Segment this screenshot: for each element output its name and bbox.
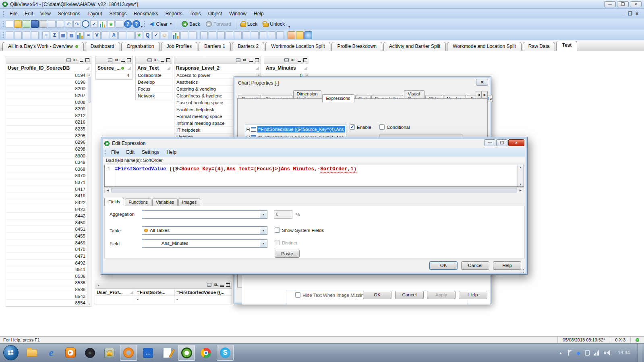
excel-export-icon[interactable]: XL xyxy=(291,58,296,62)
print-icon[interactable] xyxy=(207,283,211,287)
user-preferences-icon[interactable] xyxy=(288,31,295,39)
hide-text-checkbox[interactable] xyxy=(295,292,300,298)
object-caption[interactable]: XL xyxy=(96,56,133,64)
taskbar-item-text-editor[interactable] xyxy=(159,345,176,361)
list-item[interactable]: 8442 xyxy=(6,213,91,219)
listbox-header[interactable]: Source_... xyxy=(96,64,133,72)
expression-editor[interactable]: 1 =FirstSortedValue ({$<Source_Key={4},A… xyxy=(104,165,524,187)
list-item[interactable]: 8296 xyxy=(6,139,91,146)
menu-item[interactable]: Help xyxy=(163,148,180,157)
forward-button[interactable]: ▶ Forward xyxy=(203,20,234,28)
mdi-minimize-icon[interactable]: _ xyxy=(622,11,625,17)
lock-button[interactable]: Lock xyxy=(238,20,260,28)
sheet-tab[interactable]: Raw Data xyxy=(523,42,555,51)
list-item[interactable]: Network xyxy=(136,93,172,99)
slider-icon[interactable] xyxy=(118,31,126,39)
list-item[interactable]: 8543 xyxy=(6,293,91,300)
close-window-icon[interactable]: × xyxy=(630,1,642,7)
list-item[interactable]: 8471 xyxy=(6,253,91,260)
chart-wizard-icon[interactable] xyxy=(99,20,106,28)
print-icon[interactable] xyxy=(236,58,240,62)
taskbar-item-internet-explorer[interactable]: e xyxy=(43,345,60,361)
minimize-dialog-icon[interactable]: — xyxy=(484,139,495,146)
start-button[interactable] xyxy=(3,345,19,360)
tab-scroll-left-icon[interactable]: ◀ xyxy=(476,91,482,98)
field-combobox[interactable]: Ans_Minutes ▼ xyxy=(142,239,267,248)
space-vertical-icon[interactable] xyxy=(259,31,267,39)
align-top-icon[interactable] xyxy=(226,31,233,39)
menu-item[interactable]: Reports xyxy=(162,9,186,19)
toolbar-overflow-icon[interactable]: ▾ xyxy=(141,25,143,29)
print-icon[interactable] xyxy=(147,58,152,62)
undo-icon[interactable] xyxy=(65,20,72,28)
snap-top-icon[interactable] xyxy=(276,31,284,39)
picker-tab[interactable]: Images xyxy=(178,199,200,206)
menu-item[interactable]: Tools xyxy=(186,9,205,19)
container-icon[interactable] xyxy=(101,31,109,39)
print-icon[interactable] xyxy=(284,58,289,62)
sheet-tab[interactable]: All in a Day's Work - Overview xyxy=(2,42,84,51)
maximize-icon[interactable] xyxy=(85,58,89,62)
sheet-tab[interactable]: Profile Breakdown xyxy=(331,42,382,51)
align-bottom-icon[interactable] xyxy=(242,31,250,39)
clear-button[interactable]: ◀| Clear ▼ xyxy=(147,21,175,28)
expand-icon[interactable] xyxy=(246,128,250,131)
minimize-icon[interactable] xyxy=(220,285,224,287)
back-button[interactable]: ◀ Back xyxy=(179,20,203,28)
taskbar-item-skype[interactable]: S xyxy=(217,345,234,361)
print-icon[interactable] xyxy=(66,58,71,62)
list-item[interactable]: Focus xyxy=(136,86,172,93)
apply-button[interactable]: Apply xyxy=(427,291,456,299)
chevron-down-icon[interactable]: ▼ xyxy=(260,240,267,247)
toolbar-grip[interactable] xyxy=(144,21,146,27)
list-item[interactable]: 8511 xyxy=(6,266,91,273)
ok-button[interactable]: OK xyxy=(429,261,458,270)
volume-icon[interactable] xyxy=(604,350,610,356)
current-selections-icon[interactable] xyxy=(90,20,98,28)
close-dialog-icon[interactable]: ✕ xyxy=(476,79,488,86)
list-item[interactable]: 8300 xyxy=(6,153,91,159)
excel-export-icon[interactable]: XL xyxy=(242,58,247,62)
sheet-tab[interactable]: Organisation xyxy=(121,42,160,51)
table-cell[interactable]: - xyxy=(135,296,175,303)
list-item[interactable]: 8450 xyxy=(6,219,91,226)
list-item[interactable]: 8538 xyxy=(6,279,91,286)
list-item[interactable]: 8298 xyxy=(6,146,91,153)
print-icon[interactable] xyxy=(108,58,112,62)
scrollbar-thumb[interactable] xyxy=(88,77,91,103)
open-folder-icon[interactable] xyxy=(14,20,22,28)
menu-item[interactable]: Object xyxy=(205,9,226,19)
excel-export-icon[interactable]: XL xyxy=(154,58,159,62)
align-center-v-icon[interactable] xyxy=(234,31,242,39)
list-item[interactable]: 8554 xyxy=(6,300,91,306)
object-caption[interactable]: XL xyxy=(136,56,172,64)
mdi-restore-icon[interactable]: ❐ xyxy=(628,11,632,17)
list-item[interactable]: 4 xyxy=(96,72,133,79)
menu-item[interactable]: Window xyxy=(226,9,250,19)
table-box-icon[interactable] xyxy=(59,31,67,39)
network-signal-icon[interactable] xyxy=(594,350,599,356)
taskbar-item-password-manager[interactable] xyxy=(101,345,118,361)
cancel-button[interactable]: Cancel xyxy=(461,261,489,270)
cancel-button[interactable]: Cancel xyxy=(395,291,424,299)
context-help-icon[interactable] xyxy=(133,20,140,28)
list-item[interactable]: 8419 xyxy=(6,192,91,199)
print-icon[interactable] xyxy=(39,20,47,28)
help-icon[interactable] xyxy=(124,20,132,28)
listbox-header[interactable]: User_Profile_ID_SourceDB xyxy=(6,64,91,72)
restore-window-icon[interactable]: ❐ xyxy=(617,1,629,7)
conditional-checkbox[interactable] xyxy=(379,124,385,130)
statistics-box-icon[interactable] xyxy=(51,31,58,39)
list-item[interactable]: 8371 xyxy=(6,179,91,186)
menu-item[interactable]: File xyxy=(108,148,122,157)
picker-tab[interactable]: Functions xyxy=(125,199,151,206)
minimize-icon[interactable] xyxy=(121,61,125,62)
list-item[interactable]: 8423 xyxy=(6,206,91,213)
edit-properties-icon[interactable] xyxy=(48,20,56,28)
excel-export-icon[interactable]: XL xyxy=(73,58,78,62)
taskbar-item-launcher[interactable] xyxy=(120,345,137,361)
properties-tab[interactable]: Expressions xyxy=(322,94,354,102)
menu-item[interactable]: Selections xyxy=(54,9,84,19)
list-item[interactable]: 8492 xyxy=(6,260,91,267)
scroll-up-icon[interactable]: ▲ xyxy=(257,73,260,77)
